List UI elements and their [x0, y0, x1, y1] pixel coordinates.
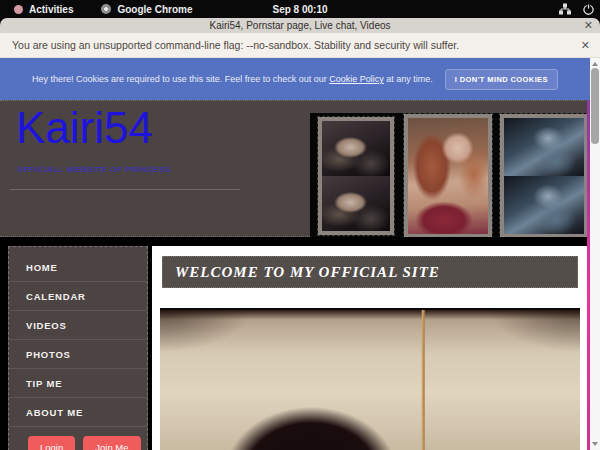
site-title[interactable]: Kairi54 [16, 103, 153, 153]
scrollbar-down-arrow-icon[interactable] [592, 442, 598, 446]
bedroom-photo-thumbnail[interactable] [318, 117, 394, 235]
thumbnail-image-placeholder [408, 118, 488, 234]
blue-tint-photo-thumbnail[interactable] [500, 114, 588, 238]
chrome-infobar: You are using an unsupported command-lin… [0, 33, 600, 58]
window-title: Kairi54, Pornstar page, Live chat, Video… [209, 20, 390, 31]
welcome-heading: WELCOME TO MY OFFICIAL SITE [163, 264, 440, 281]
scrollbar-up-arrow-icon[interactable] [592, 62, 598, 66]
cookie-dismiss-button[interactable]: I DON'T MIND COOKIES [445, 69, 558, 90]
power-icon[interactable] [583, 4, 594, 15]
clock[interactable]: Sep 8 00:10 [0, 4, 600, 15]
cookie-consent-bar: Hey there! Cookies are required to use t… [0, 58, 590, 100]
welcome-heading-bar: WELCOME TO MY OFFICIAL SITE [162, 256, 578, 288]
thumbnail-image-placeholder [322, 176, 390, 231]
thumbnail-image-placeholder [504, 118, 584, 176]
cookie-message-post: at any time. [384, 74, 433, 84]
gnome-top-bar: Activities Google Chrome Sep 8 00:10 [0, 0, 600, 18]
page-scrollbar[interactable] [590, 58, 600, 450]
site-header: Kairi54 OFFICIALL WEBSITE OF PRINCESS [0, 100, 590, 237]
join-me-button[interactable]: Join Me [83, 436, 140, 450]
thumbnail-image-placeholder [504, 176, 584, 234]
sidebar-item-home[interactable]: HOME [9, 253, 147, 282]
sidebar-item-calendar[interactable]: CALENDAR [9, 282, 147, 311]
window-close-icon[interactable]: ✕ [584, 19, 593, 32]
cookie-policy-link[interactable]: Cookie Policy [329, 74, 384, 84]
window-title-bar: Kairi54, Pornstar page, Live chat, Video… [0, 18, 600, 33]
header-divider [10, 189, 240, 190]
login-button[interactable]: Login [28, 436, 75, 450]
scrollbar-thumb[interactable] [591, 68, 599, 144]
page-body: HOME CALENDAR VIDEOS PHOTOS TIP ME ABOUT… [0, 237, 590, 450]
cookie-message: Hey there! Cookies are required to use t… [32, 74, 433, 84]
hero-photo-placeholder [160, 308, 580, 450]
thumbnail-image-placeholder [322, 121, 390, 176]
main-content: WELCOME TO MY OFFICIAL SITE [152, 246, 588, 450]
sidebar-item-photos[interactable]: PHOTOS [9, 340, 147, 369]
sidebar-item-tip-me[interactable]: TIP ME [9, 369, 147, 398]
site-tagline: OFFICIALL WEBSITE OF PRINCESS [17, 165, 171, 174]
sidebar-buttons: Login Join Me [9, 427, 147, 450]
sidebar-item-about-me[interactable]: ABOUT ME [9, 398, 147, 427]
network-icon[interactable] [559, 3, 571, 15]
screen: Activities Google Chrome Sep 8 00:10 Kai… [0, 0, 600, 450]
cookie-message-pre: Hey there! Cookies are required to use t… [32, 74, 329, 84]
web-page: Hey there! Cookies are required to use t… [0, 58, 590, 450]
infobar-message: You are using an unsupported command-lin… [12, 39, 459, 51]
infobar-close-icon[interactable]: ✕ [581, 39, 590, 52]
browser-viewport: Hey there! Cookies are required to use t… [0, 58, 600, 450]
sidebar-item-videos[interactable]: VIDEOS [9, 311, 147, 340]
red-top-selfie-thumbnail[interactable] [404, 114, 492, 238]
sidebar-nav: HOME CALENDAR VIDEOS PHOTOS TIP ME ABOUT… [8, 246, 148, 450]
photo-thumbnail-strip [310, 113, 590, 241]
